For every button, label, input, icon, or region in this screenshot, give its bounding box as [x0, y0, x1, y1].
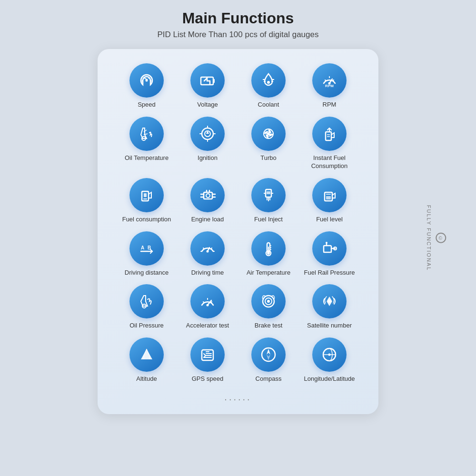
icon-air-temp [251, 231, 286, 266]
label-turbo: Turbo [260, 154, 276, 162]
svg-rect-3 [213, 79, 215, 83]
label-gps-speed: GPS speed [192, 375, 224, 383]
icon-voltage [190, 63, 225, 98]
item-brake[interactable]: Brake test [240, 284, 297, 330]
item-oil-pressure[interactable]: Oil Pressure [118, 284, 175, 330]
icon-engine-load [190, 178, 225, 212]
item-gps-speed[interactable]: GPS speed [179, 337, 236, 383]
svg-rect-56 [324, 246, 331, 252]
icon-gps-speed [190, 337, 225, 372]
page-container: Main Functions PID List More Than 100 pc… [0, 0, 476, 476]
label-altitude: Altitude [136, 375, 157, 383]
label-driving-time: Driving time [191, 269, 224, 277]
icon-fuel-level [312, 178, 347, 212]
svg-point-68 [328, 300, 331, 303]
svg-text:RPM: RPM [325, 84, 334, 88]
svg-rect-38 [267, 191, 270, 194]
fully-functional-icon: © [436, 233, 446, 243]
page-title: Main Functions [182, 10, 294, 27]
label-speed: Speed [138, 101, 156, 109]
functions-grid: SpeedVoltageCoolantRPMRPMOil Temperature… [118, 63, 358, 383]
item-accelerator[interactable]: Accelerator test [179, 284, 236, 330]
label-oil-pressure: Oil Pressure [129, 322, 164, 330]
svg-point-36 [206, 194, 210, 198]
icon-turbo [251, 117, 286, 151]
svg-point-59 [326, 242, 327, 244]
label-rpm: RPM [323, 101, 337, 109]
label-fuel-rail: Fuel Rail Pressure [304, 269, 355, 277]
icon-brake [251, 284, 286, 318]
svg-point-12 [267, 81, 270, 84]
item-longitude[interactable]: Longitude/Latitude [301, 337, 358, 383]
label-driving-distance: Driving distance [125, 269, 169, 277]
label-air-temp: Air Temperature [247, 269, 290, 277]
item-engine-load[interactable]: Engine load [179, 178, 236, 224]
item-speed[interactable]: Speed [118, 63, 175, 109]
label-ignition: Ignition [198, 154, 218, 162]
functions-card: SpeedVoltageCoolantRPMRPMOil Temperature… [98, 49, 378, 414]
icon-coolant [251, 63, 286, 98]
item-rpm[interactable]: RPMRPM [301, 63, 358, 109]
svg-point-64 [207, 304, 209, 307]
svg-point-73 [328, 354, 331, 356]
label-brake: Brake test [255, 322, 283, 330]
svg-rect-23 [326, 132, 331, 140]
label-instant-fuel: Instant Fuel Consumption [301, 154, 358, 170]
icon-fuel-rail [312, 231, 347, 266]
item-coolant[interactable]: Coolant [240, 63, 297, 109]
item-compass[interactable]: Compass [240, 337, 297, 383]
item-turbo[interactable]: Turbo [240, 117, 297, 170]
label-voltage: Voltage [197, 101, 218, 109]
item-ignition[interactable]: Ignition [179, 117, 236, 170]
icon-driving-distance: AB [129, 231, 164, 266]
icon-fuel-consumption [129, 178, 164, 212]
label-fuel-level: Fuel level [316, 216, 343, 224]
icon-fuel-inject [251, 178, 286, 212]
svg-text:A: A [141, 245, 144, 250]
icon-speed [129, 63, 164, 98]
icon-accelerator [190, 284, 225, 318]
label-longitude: Longitude/Latitude [304, 375, 355, 383]
icon-oil-temp [129, 117, 164, 151]
item-fuel-inject[interactable]: Fuel Inject [240, 178, 297, 224]
more-dots: ...... [224, 392, 251, 403]
icon-satellite [312, 284, 347, 318]
item-satellite[interactable]: Satellite number [301, 284, 358, 330]
svg-rect-42 [326, 196, 331, 199]
svg-point-67 [267, 300, 270, 303]
label-fuel-consumption: Fuel consumption [122, 216, 171, 224]
icon-longitude [312, 337, 347, 372]
item-fuel-consumption[interactable]: Fuel consumption [118, 178, 175, 224]
svg-point-22 [267, 132, 270, 135]
label-coolant: Coolant [258, 101, 279, 109]
svg-rect-28 [144, 193, 147, 197]
page-subtitle: PID List More Than 100 pcs of digital ga… [158, 30, 319, 40]
label-fuel-inject: Fuel Inject [254, 216, 283, 224]
svg-point-52 [267, 252, 270, 255]
item-fuel-rail[interactable]: Fuel Rail Pressure [301, 231, 358, 277]
icon-ignition [190, 117, 225, 151]
label-satellite: Satellite number [307, 322, 352, 330]
item-oil-temp[interactable]: Oil Temperature [118, 117, 175, 170]
side-label: © FULLY FUNCTIONAL [426, 205, 446, 271]
item-fuel-level[interactable]: Fuel level [301, 178, 358, 224]
item-voltage[interactable]: Voltage [179, 63, 236, 109]
icon-altitude [129, 337, 164, 372]
icon-instant-fuel [312, 117, 347, 151]
item-altitude[interactable]: Altitude [118, 337, 175, 383]
item-air-temp[interactable]: Air Temperature [240, 231, 297, 277]
item-instant-fuel[interactable]: Instant Fuel Consumption [301, 117, 358, 170]
icon-compass [251, 337, 286, 372]
label-engine-load: Engine load [191, 216, 224, 224]
label-oil-temp: Oil Temperature [125, 154, 169, 162]
svg-point-48 [207, 250, 209, 252]
label-compass: Compass [256, 375, 282, 383]
icon-oil-pressure [129, 284, 164, 318]
icon-driving-time [190, 231, 225, 266]
icon-rpm: RPM [312, 63, 347, 98]
item-driving-distance[interactable]: ABDriving distance [118, 231, 175, 277]
label-accelerator: Accelerator test [186, 322, 229, 330]
item-driving-time[interactable]: Driving time [179, 231, 236, 277]
